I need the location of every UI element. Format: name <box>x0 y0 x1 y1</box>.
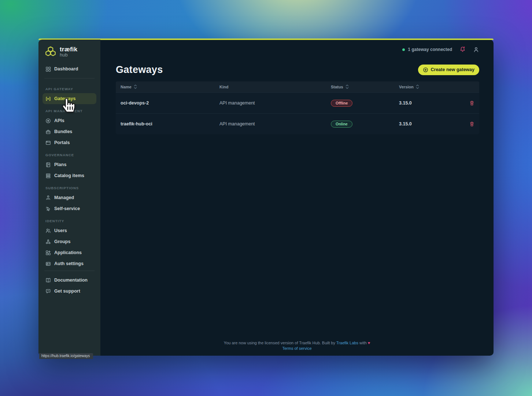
brand-subtitle: hub <box>60 52 77 58</box>
link-url-tooltip: https://hub.traefik.io/gateways <box>39 353 93 359</box>
sidebar-item-get-support[interactable]: Get support <box>43 286 96 297</box>
sidebar-item-label: Plans <box>54 162 66 167</box>
apis-icon <box>45 118 51 124</box>
table-header-row: Name Kind Status Version <box>116 81 479 92</box>
sidebar-item-gateways[interactable]: Gateways <box>43 93 96 104</box>
sidebar-item-label: Users <box>54 228 67 233</box>
trash-icon <box>469 121 474 127</box>
section-subscriptions: SUBSCRIPTIONS <box>43 181 96 192</box>
gateway-name: traefik-hub-oci <box>121 121 219 126</box>
sidebar-item-groups[interactable]: Groups <box>43 236 96 247</box>
sidebar-item-apis[interactable]: APIs <box>43 115 96 126</box>
page-title: Gateways <box>116 64 163 76</box>
gateway-connection-status: 1 gateway connected <box>402 47 452 52</box>
status-badge-online: Online <box>331 121 352 128</box>
plans-icon <box>45 162 51 168</box>
sidebar-item-documentation[interactable]: Documentation <box>43 275 96 286</box>
column-header-kind: Kind <box>219 85 331 89</box>
self-service-icon <box>45 206 51 212</box>
sidebar-item-portals[interactable]: Portals <box>43 137 96 148</box>
terms-of-service-link[interactable]: Terms of service <box>282 346 311 351</box>
status-badge-offline: Offline <box>331 100 352 107</box>
column-header-version[interactable]: Version <box>399 84 469 90</box>
traefik-logo-icon <box>45 46 56 57</box>
section-governance: GOVERNANCE <box>43 148 96 159</box>
plus-circle-icon <box>423 67 428 73</box>
section-api-management: API MANAGEMENT <box>43 104 96 115</box>
sidebar-item-catalog-items[interactable]: Catalog items <box>43 170 96 181</box>
sort-icon[interactable] <box>134 84 137 90</box>
traefik-hub-logo[interactable]: træfik hub <box>43 45 96 63</box>
gateways-table: Name Kind Status Version <box>116 81 479 134</box>
sidebar-item-label: Applications <box>54 250 82 255</box>
sidebar-item-auth-settings[interactable]: Auth settings <box>43 258 96 269</box>
gateway-version: 3.15.0 <box>399 121 469 126</box>
sort-icon[interactable] <box>416 84 419 90</box>
sidebar-item-managed[interactable]: Managed <box>43 192 96 203</box>
table-row[interactable]: traefik-hub-oci API management Online 3.… <box>116 113 479 134</box>
sidebar-item-label: Gateways <box>54 96 75 101</box>
trash-icon <box>469 100 474 106</box>
create-new-gateway-button[interactable]: Create new gateway <box>418 65 480 75</box>
sidebar-item-label: Groups <box>54 239 70 244</box>
page-header: Gateways Create new gateway <box>116 64 479 76</box>
sidebar-divider <box>44 78 95 78</box>
license-text: You are now using the licensed version o… <box>100 340 494 346</box>
gateway-version: 3.15.0 <box>399 100 469 106</box>
sidebar-item-plans[interactable]: Plans <box>43 159 96 170</box>
sort-icon[interactable] <box>346 84 349 90</box>
connected-status-dot <box>402 48 405 51</box>
sidebar-item-label: Auth settings <box>54 261 84 266</box>
sidebar-divider <box>44 271 95 271</box>
create-new-gateway-label: Create new gateway <box>431 67 475 72</box>
get-support-icon <box>45 289 51 294</box>
sidebar-item-label: Portals <box>54 140 70 145</box>
main-content: 1 gateway connected Gateways <box>100 40 494 356</box>
sidebar-item-label: APIs <box>54 118 64 123</box>
delete-gateway-button[interactable] <box>469 100 474 106</box>
portals-icon <box>45 140 51 146</box>
user-profile-icon <box>473 47 479 53</box>
sidebar-item-bundles[interactable]: Bundles <box>43 126 96 137</box>
delete-gateway-button[interactable] <box>469 121 474 127</box>
sidebar-item-label: Catalog items <box>54 173 84 178</box>
applications-icon <box>45 250 51 256</box>
managed-icon <box>45 195 51 201</box>
traefik-labs-link[interactable]: Traefik Labs <box>336 341 358 345</box>
dashboard-icon <box>45 66 51 72</box>
sidebar-item-label: Self-service <box>54 206 80 211</box>
gateway-connection-text: 1 gateway connected <box>408 47 452 52</box>
catalog-items-icon <box>45 173 51 179</box>
gateways-icon <box>45 96 51 102</box>
sidebar: træfik hub Dashboard API GATEWAY Gateway… <box>38 40 100 356</box>
section-api-gateway: API GATEWAY <box>43 82 96 93</box>
brand-name: træfik <box>60 46 77 52</box>
notifications-button[interactable] <box>459 46 466 53</box>
users-icon <box>45 228 51 234</box>
sidebar-item-label: Dashboard <box>54 66 78 72</box>
bundles-icon <box>45 129 51 135</box>
column-header-name[interactable]: Name <box>121 84 219 90</box>
documentation-icon <box>45 278 51 283</box>
heart-icon: ♥ <box>368 341 370 345</box>
column-header-status[interactable]: Status <box>331 84 399 90</box>
sidebar-item-label: Get support <box>54 289 80 294</box>
gateway-name: oci-devops-2 <box>121 100 219 106</box>
user-menu-button[interactable] <box>473 47 479 53</box>
auth-settings-icon <box>45 261 51 267</box>
groups-icon <box>45 239 51 245</box>
gateway-kind: API management <box>219 100 331 106</box>
sidebar-item-users[interactable]: Users <box>43 225 96 236</box>
sidebar-item-dashboard[interactable]: Dashboard <box>43 63 96 74</box>
sidebar-item-applications[interactable]: Applications <box>43 247 96 258</box>
sidebar-item-self-service[interactable]: Self-service <box>43 203 96 214</box>
sidebar-item-label: Bundles <box>54 129 72 134</box>
topbar: 1 gateway connected <box>116 40 479 59</box>
gateway-kind: API management <box>219 121 331 126</box>
table-row[interactable]: oci-devops-2 API management Offline 3.15… <box>116 92 479 113</box>
bell-icon <box>459 46 466 53</box>
sidebar-item-label: Managed <box>54 195 74 200</box>
license-footer: You are now using the licensed version o… <box>100 340 494 351</box>
app-window: træfik hub Dashboard API GATEWAY Gateway… <box>38 40 494 356</box>
sidebar-item-label: Documentation <box>54 278 88 283</box>
